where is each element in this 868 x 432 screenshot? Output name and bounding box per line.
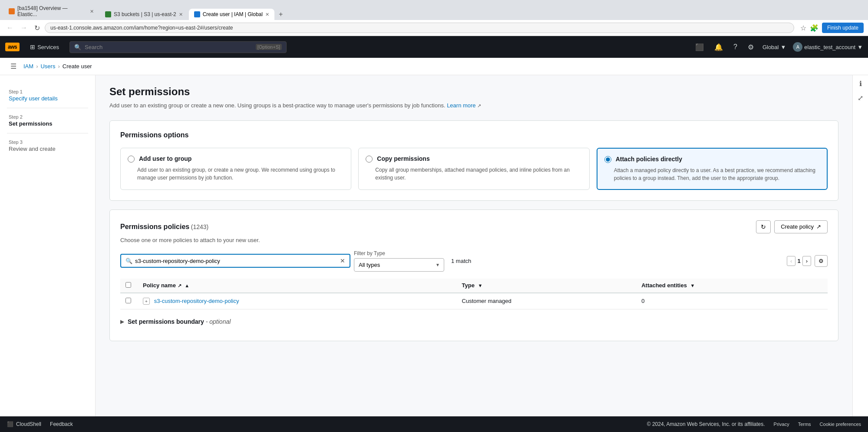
breadcrumb-sep-1: › — [36, 63, 38, 70]
services-menu[interactable]: ⊞ Services — [26, 42, 63, 52]
col-header-policy-name[interactable]: Policy name ↗ ▲ — [138, 279, 457, 293]
footer-right: © 2024, Amazon Web Services, Inc. or its… — [647, 421, 861, 427]
perm-radio-1[interactable] — [128, 156, 135, 163]
filter-type-select[interactable]: All types AWS managed Customer managed A… — [354, 258, 444, 272]
settings-icon[interactable]: ⚙ — [746, 41, 756, 53]
policies-desc: Choose one or more policies to attach to… — [120, 237, 828, 243]
global-search[interactable]: 🔍 [Option+S] — [69, 41, 287, 53]
region-selector[interactable]: Global ▼ — [762, 44, 786, 50]
boundary-toggle[interactable]: ▶ Set permissions boundary - optional — [120, 313, 828, 330]
aws-logo: aws — [5, 43, 20, 51]
tab-close-3[interactable]: ✕ — [265, 12, 269, 17]
tab-close-1[interactable]: ✕ — [90, 9, 94, 14]
info-icon[interactable]: ℹ — [859, 80, 862, 88]
tab-label-1: [ba1548] Overview — Elastic... — [17, 5, 87, 17]
breadcrumb-iam[interactable]: IAM — [23, 63, 33, 70]
right-icons-panel: ℹ ⤢ — [852, 75, 868, 416]
avatar: A — [793, 42, 802, 52]
new-tab-button[interactable]: + — [275, 9, 286, 20]
feedback-button[interactable]: Feedback — [50, 421, 73, 427]
footer-cookie-prefs[interactable]: Cookie preferences — [820, 422, 861, 427]
account-label: elastic_test_account — [804, 44, 855, 50]
perm-radio-3[interactable] — [604, 156, 611, 163]
policies-table-body: + s3-custom-repository-demo-policy Custo… — [120, 293, 828, 309]
boundary-optional: - optional — [206, 318, 231, 325]
perm-option-3[interactable]: Attach policies directly Attach a manage… — [597, 148, 828, 190]
back-button[interactable]: ← — [4, 23, 16, 33]
step-3-label: Step 3 — [9, 140, 86, 145]
footer-privacy[interactable]: Privacy — [774, 422, 789, 427]
finish-update-button[interactable]: Finish update — [822, 23, 864, 33]
search-input[interactable] — [85, 44, 252, 50]
table-settings-button[interactable]: ⚙ — [815, 255, 828, 267]
forward-button[interactable]: → — [18, 23, 30, 33]
policy-name-link[interactable]: s3-custom-repository-demo-policy — [154, 298, 239, 304]
region-label: Global — [762, 44, 779, 50]
step-divider-1 — [7, 108, 88, 108]
table-row: + s3-custom-repository-demo-policy Custo… — [120, 293, 828, 309]
perm-option-1-title: Add user to group — [139, 155, 191, 162]
page-number: 1 — [797, 258, 800, 264]
policy-search-wrap: 🔍 ✕ — [120, 254, 350, 268]
row-policy-name-cell: + s3-custom-repository-demo-policy — [138, 293, 457, 309]
perm-option-3-desc: Attach a managed policy directly to a us… — [604, 166, 820, 182]
reload-button[interactable]: ↻ — [32, 23, 42, 33]
perm-option-1-desc: Add user to an existing group, or create… — [128, 166, 344, 182]
boundary-title: Set permissions boundary - optional — [128, 318, 231, 325]
cloudshell-button[interactable]: ⬛ CloudShell — [7, 421, 41, 427]
step-1-label: Step 1 — [9, 89, 86, 94]
extensions-icon[interactable]: 🧩 — [810, 24, 818, 32]
breadcrumb-current: Create user — [63, 63, 92, 70]
steps-sidebar: Step 1 Specify user details Step 2 Set p… — [0, 75, 96, 416]
hamburger-menu[interactable]: ☰ — [7, 60, 20, 72]
step-3-item: Step 3 Review and create — [7, 136, 88, 156]
learn-more-link[interactable]: Learn more — [447, 102, 475, 109]
row-attached-cell: 0 — [636, 293, 828, 309]
row-expand-icon[interactable]: + — [143, 298, 150, 305]
policy-search-input[interactable] — [135, 258, 337, 264]
breadcrumb-strip: ☰ IAM › Users › Create user — [0, 58, 868, 75]
tab-label-3: Create user | IAM | Global — [203, 11, 263, 17]
perm-option-2[interactable]: Copy permissions Copy all group membersh… — [358, 148, 589, 190]
browser-tab-3[interactable]: Create user | IAM | Global ✕ — [189, 9, 274, 20]
terminal-bottom-icon: ⬛ — [7, 421, 13, 427]
bell-icon[interactable]: 🔔 — [713, 41, 725, 53]
external-link-icon-col: ↗ — [178, 283, 182, 288]
sort-icon-type: ▼ — [478, 283, 483, 288]
perm-option-1[interactable]: Add user to group Add user to an existin… — [120, 148, 351, 190]
footer-terms[interactable]: Terms — [798, 422, 811, 427]
policies-title-wrap: Permissions policies (1243) — [120, 223, 208, 231]
browser-tab-1[interactable]: [ba1548] Overview — Elastic... ✕ — [3, 3, 99, 20]
main-content: Set permissions Add user to an existing … — [96, 75, 852, 416]
prev-page-button[interactable]: ‹ — [787, 256, 795, 266]
tab-close-2[interactable]: ✕ — [179, 12, 183, 17]
permissions-policies-card: Permissions policies (1243) ↻ Create pol… — [109, 209, 838, 342]
permissions-options-card: Permissions options Add user to group Ad… — [109, 120, 838, 201]
next-page-button[interactable]: › — [802, 256, 811, 266]
create-policy-button[interactable]: Create policy ↗ — [774, 220, 828, 233]
step-divider-2 — [7, 133, 88, 133]
boundary-expand-icon: ▶ — [120, 319, 124, 325]
step-1-link[interactable]: Specify user details — [9, 95, 58, 102]
tab-favicon-3 — [194, 11, 200, 17]
perm-radio-2[interactable] — [366, 156, 373, 163]
address-bar[interactable] — [45, 23, 794, 33]
account-menu[interactable]: A elastic_test_account ▼ — [793, 42, 863, 52]
search-icon-filter: 🔍 — [125, 258, 132, 264]
terminal-icon[interactable]: ⬛ — [693, 41, 706, 53]
expand-right-icon[interactable]: ⤢ — [858, 94, 863, 102]
help-icon[interactable]: ? — [732, 41, 739, 53]
filter-type-wrap: Filter by Type All types AWS managed Cus… — [354, 250, 444, 272]
bookmark-icon[interactable]: ☆ — [800, 24, 806, 32]
breadcrumb-users[interactable]: Users — [40, 63, 55, 70]
refresh-button[interactable]: ↻ — [756, 220, 771, 233]
col-header-type[interactable]: Type ▼ — [457, 279, 637, 293]
row-checkbox[interactable] — [125, 298, 131, 303]
row-type-cell: Customer managed — [457, 293, 637, 309]
col-header-attached[interactable]: Attached entities ▼ — [636, 279, 828, 293]
search-clear-button[interactable]: ✕ — [340, 257, 345, 264]
row-checkbox-cell — [120, 293, 138, 309]
browser-tab-2[interactable]: S3 buckets | S3 | us-east-2 ✕ — [100, 9, 188, 20]
account-chevron-icon: ▼ — [857, 44, 863, 50]
select-all-checkbox[interactable] — [125, 282, 131, 288]
